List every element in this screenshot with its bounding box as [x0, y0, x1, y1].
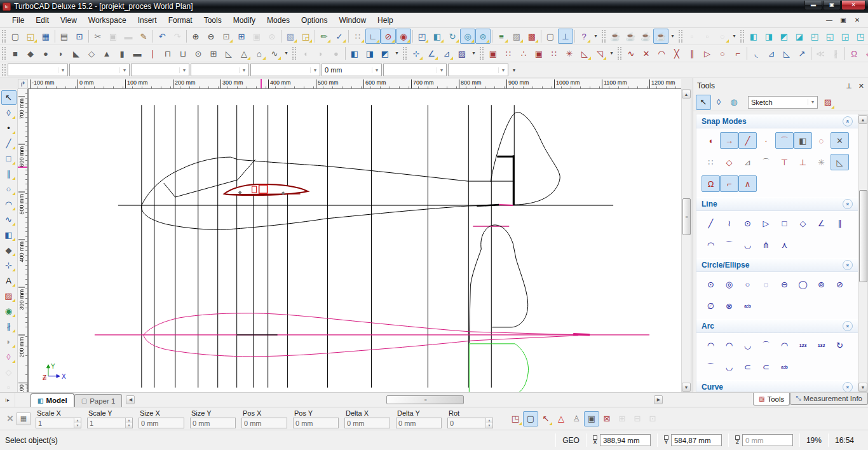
3d-prism-button[interactable]: ◇	[84, 46, 99, 61]
property-combo-8[interactable]: ▾	[448, 64, 508, 76]
snap-quadrant-button[interactable]: ◌	[812, 132, 831, 149]
property-combo-4[interactable]: ▾	[191, 64, 249, 76]
snap-workplane-button[interactable]: ◧	[794, 132, 812, 149]
select-2d-mode-button[interactable]: ▢	[523, 411, 538, 426]
offset-lines-button[interactable]: ∥	[684, 46, 700, 61]
3d-tank-button[interactable]: ⊓	[160, 46, 175, 61]
select-button[interactable]: ↖	[1, 90, 17, 105]
color-palette-button[interactable]: ▩	[524, 29, 539, 44]
scroll-left-button[interactable]: ◀	[126, 395, 135, 404]
spline-button[interactable]: ∿	[1, 212, 17, 227]
view-iso-sw-button[interactable]: ◳	[853, 29, 868, 44]
pink-gear-button[interactable]: ◈	[862, 46, 868, 61]
format-painter-button[interactable]: ✎	[136, 29, 151, 44]
camera-view-button[interactable]: ◎	[460, 29, 475, 44]
bool-intersect-button[interactable]: ◩	[377, 46, 393, 61]
align-button[interactable]: ≪	[813, 46, 828, 61]
ellipse-button[interactable]: ∅	[702, 297, 720, 314]
view-back-button[interactable]: ◨	[761, 29, 776, 44]
3d-vase-button[interactable]: ⊔	[175, 46, 191, 61]
rp-node-select-button[interactable]: ◊	[711, 95, 726, 110]
view-top-button[interactable]: ◰	[807, 29, 822, 44]
arc-ellipse-rot-button[interactable]: ⊂	[757, 358, 775, 375]
render-draft-button[interactable]: ☕	[653, 29, 668, 44]
snap-division-x-button[interactable]: ⊤	[775, 154, 794, 170]
field-input[interactable]: 0 mm	[293, 418, 339, 428]
field-input[interactable]: 0 mm	[139, 418, 184, 428]
view-left-button[interactable]: ◩	[776, 29, 792, 44]
snap-node-button[interactable]: ◇	[720, 154, 738, 170]
mdi-restore-button[interactable]: ▣	[839, 17, 848, 24]
fillet-button[interactable]: ◟	[749, 46, 764, 61]
circle-concentric-button[interactable]: ◎	[720, 276, 738, 292]
menu-tools[interactable]: Tools	[198, 13, 227, 27]
view-iso-se-button[interactable]: ◲	[837, 29, 853, 44]
section-header-line[interactable]: Line «	[696, 197, 858, 211]
vscroll-thumb[interactable]: ≡	[682, 198, 691, 235]
bool-union-button[interactable]: ◧	[347, 46, 362, 61]
section-header-snap-modes[interactable]: Snap Modes «	[696, 114, 858, 128]
ungroup-button[interactable]: ▫	[700, 29, 715, 44]
layers-button[interactable]: ≡	[494, 29, 509, 44]
toolbox-overflow-widget[interactable]: ⁞▸	[0, 393, 15, 407]
zoom-page-button[interactable]: ▣	[249, 29, 264, 44]
convert-3d-button[interactable]: ◳	[508, 411, 523, 426]
3d-ball-gray-button[interactable]: ●	[329, 46, 344, 61]
double-line-button[interactable]: ∥	[1, 167, 17, 181]
arc-tan-2-button[interactable]: ◡	[720, 358, 738, 375]
render-scene-button[interactable]: ⊚	[475, 29, 491, 44]
scroll-down-button[interactable]: ▼	[682, 383, 691, 392]
select-edit-mode-button[interactable]: ↖	[538, 411, 553, 426]
property-combo-3[interactable]: ▾	[131, 64, 189, 76]
render-wireframe-button[interactable]: ☕	[638, 29, 653, 44]
edit-node-button[interactable]: ◊	[1, 106, 17, 120]
canvas-vscrollbar[interactable]: ▲ ≡ ▼	[681, 89, 691, 392]
rp-select-button[interactable]: ↖	[696, 95, 711, 110]
menu-modify[interactable]: Modify	[227, 13, 261, 27]
spinner-control[interactable]: ▲▼	[125, 418, 132, 428]
menu-help[interactable]: Help	[372, 13, 399, 27]
inspector-close-icon[interactable]: ✕	[4, 414, 17, 423]
circle-button[interactable]: ○	[1, 182, 17, 196]
y-coordinate-field[interactable]: 584,87 mm	[671, 434, 722, 446]
arc-ratio-button[interactable]: a:b	[775, 358, 794, 375]
mirror-copy-button[interactable]: ▣	[531, 46, 546, 61]
3d-disc-button[interactable]: ⊙	[191, 46, 206, 61]
arc-rotate-button[interactable]: ↻	[831, 337, 849, 353]
minimize-button[interactable]: ▬	[804, 1, 822, 10]
drawing-canvas[interactable]: Y X Z	[28, 89, 681, 392]
3d-polyline-button[interactable]: ⌂	[252, 46, 267, 61]
3d-box-button[interactable]: ■	[8, 46, 23, 61]
no-snap-button[interactable]: ⊘	[381, 29, 396, 44]
canvas-hscrollbar[interactable]: ◀ ≡ ▶	[126, 393, 663, 407]
arc-button[interactable]: ◠	[1, 197, 17, 212]
distribute-button[interactable]: ∦	[828, 46, 843, 61]
chamfer-button[interactable]: ⊿	[764, 46, 779, 61]
3d-wedge-button[interactable]: ◣	[69, 46, 84, 61]
polyline-button[interactable]: ≀	[720, 215, 738, 231]
rectangle-tool-button[interactable]: □	[775, 215, 794, 231]
3d-mesh-button[interactable]: ⊞	[206, 46, 221, 61]
scroll-up-button[interactable]: ▲	[858, 115, 867, 124]
box-3d-button[interactable]: ◧	[1, 228, 17, 242]
menu-window[interactable]: Window	[333, 13, 372, 27]
save-file-button[interactable]: ▦	[38, 29, 53, 44]
eraser-button[interactable]: ◊	[1, 350, 17, 364]
toolbar2-overflow-4-button[interactable]: ▾	[607, 46, 616, 61]
snap-magnet-button[interactable]: ◉	[1, 304, 17, 318]
arc-center-begin-end-button[interactable]: ◠	[702, 337, 720, 353]
toolbar1-overflow-1-button[interactable]: ▾	[592, 29, 600, 44]
property-combo-6[interactable]: 0 mm▾	[322, 64, 382, 76]
rp-world-button[interactable]: ◍	[726, 95, 742, 110]
gear-3d-button[interactable]: ◇	[1, 365, 17, 379]
edit-arc-button[interactable]: ◠	[654, 46, 669, 61]
ucs-move-button[interactable]: ⊹	[409, 46, 424, 61]
snap-tangent-button[interactable]: ⌒	[757, 154, 775, 170]
snap-vertical-trace-button[interactable]: ⌐	[720, 175, 738, 192]
scatter-copy-button[interactable]: ∴	[516, 46, 531, 61]
radial-array-button[interactable]: ✳	[562, 46, 577, 61]
toolbar2-overflow-1-button[interactable]: ▾	[282, 46, 290, 61]
edit-circle-button[interactable]: ○	[715, 46, 730, 61]
field-input[interactable]: 1▲▼	[36, 418, 81, 428]
paste-button[interactable]: ▬	[121, 29, 136, 44]
